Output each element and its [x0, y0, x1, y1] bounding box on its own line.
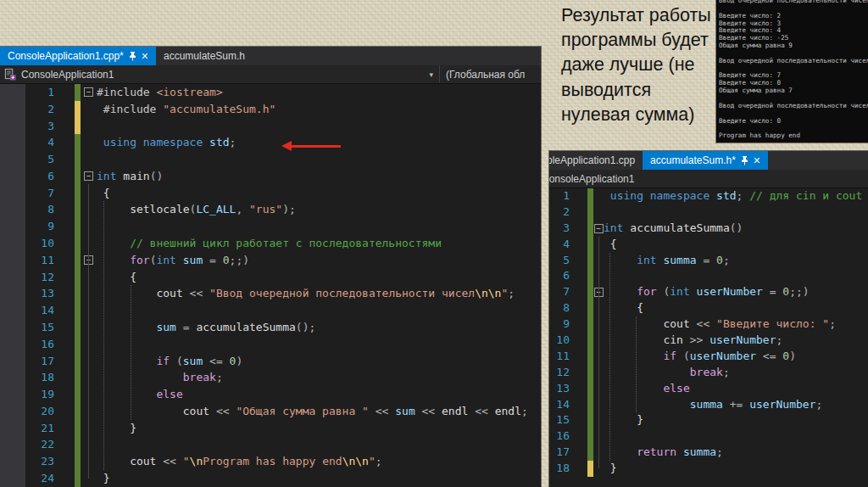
code-text: using namespace std; // для cin и cout: [604, 188, 862, 204]
console-line: Ввод очередной последовательности чисел: [719, 0, 868, 5]
code-text: }: [97, 470, 110, 487]
line-number: 2: [549, 204, 570, 221]
code-text: for (int userNumber = 0;;): [604, 284, 810, 300]
change-tracking-bar: [587, 253, 593, 269]
code-text: break;: [604, 365, 730, 381]
code-line: 1 using namespace std; // для cin и cout: [549, 188, 868, 204]
line-number: 1: [549, 188, 570, 204]
change-tracking-bar: [75, 369, 81, 386]
code-line: 17 return summa;: [549, 445, 868, 461]
change-tracking-bar: [75, 252, 81, 269]
line-number: 14: [549, 397, 570, 413]
project-dropdown[interactable]: ConsoleApplication1 ▾: [0, 68, 439, 81]
line-number: 15: [0, 319, 54, 336]
line-number: 7: [549, 284, 570, 300]
line-number: 23: [0, 453, 54, 470]
code-text: setlocale(LC_ALL, "rus");: [97, 201, 296, 218]
console-window[interactable]: Ввод очередной последовательности чисел …: [716, 0, 868, 143]
line-number: 24: [0, 470, 54, 487]
change-tracking-bar: [587, 397, 593, 413]
code-text: int main(): [97, 168, 163, 185]
line-number: 1: [0, 84, 54, 101]
tab-accumulatesum-h[interactable]: accumulateSum.h: [156, 47, 253, 65]
change-tracking-bar: [75, 201, 81, 218]
tab-accumulatesum-h-[interactable]: accumulateSum.h*×: [643, 151, 768, 170]
code-line: 5: [0, 151, 541, 168]
change-tracking-bar: [75, 420, 81, 437]
change-tracking-bar: [587, 284, 593, 300]
code-area[interactable]: 1 using namespace std; // для cin и cout…: [549, 188, 868, 487]
line-number: 16: [0, 336, 54, 353]
chevron-down-icon: ▾: [429, 70, 439, 79]
change-tracking-bar: [75, 453, 81, 470]
change-tracking-bar: [587, 268, 593, 284]
change-tracking-bar: [75, 134, 81, 151]
line-number: 11: [0, 252, 54, 269]
code-line: 1−#include <iostream>: [0, 84, 541, 101]
close-icon[interactable]: ×: [754, 154, 760, 166]
change-tracking-bar: [587, 349, 593, 365]
pin-icon[interactable]: [129, 52, 136, 61]
close-icon[interactable]: ×: [142, 50, 148, 62]
code-text: }: [604, 461, 617, 477]
change-tracking-bar: [587, 204, 593, 221]
line-number: 11: [549, 349, 570, 365]
change-tracking-bar: [587, 221, 593, 237]
code-line: 13 else: [549, 381, 868, 397]
pin-icon[interactable]: [741, 156, 748, 165]
code-line: 21 }: [0, 420, 541, 437]
code-line: 4 using namespace std;: [0, 134, 541, 151]
cpp-file-icon: [3, 68, 16, 81]
code-text: sum = accumulateSumma();: [97, 319, 315, 336]
code-line: 7 {: [0, 185, 541, 202]
line-number: 12: [549, 365, 570, 381]
fold-collapse-icon[interactable]: −: [81, 171, 97, 181]
code-line: 24 }: [0, 470, 541, 487]
fold-collapse-icon[interactable]: −: [81, 87, 97, 97]
code-line: 19 else: [0, 386, 541, 403]
line-number: 19: [0, 386, 54, 403]
code-line: 9 cout << "Введите число: ";: [549, 316, 868, 333]
code-line: 7− for (int userNumber = 0;;): [549, 284, 868, 300]
code-line: 16: [549, 428, 868, 445]
code-text: {: [97, 185, 110, 202]
line-number: 3: [549, 221, 570, 237]
code-text: cout << "\nProgram has happy end\n\n";: [97, 453, 382, 470]
tab-consoleapplication1-cpp-[interactable]: ConsoleApplication1.cpp*×: [0, 47, 156, 65]
code-line: 5 int summa = 0;: [549, 253, 868, 269]
code-line: 11− for(int sum = 0;;): [0, 252, 541, 269]
code-line: 3−int accumulateSumma(): [549, 221, 868, 237]
change-tracking-bar: [587, 188, 593, 204]
line-number: 6: [0, 168, 54, 185]
line-number: 7: [0, 185, 54, 202]
line-number: 10: [549, 333, 570, 349]
change-tracking-bar: [587, 445, 593, 461]
code-line: 18 }: [549, 461, 868, 477]
code-area[interactable]: 1−#include <iostream>2 #include "accumul…: [0, 84, 541, 487]
change-tracking-bar: [75, 336, 81, 353]
change-tracking-bar: [75, 269, 81, 286]
scope-dropdown[interactable]: (Глобальная обл: [440, 69, 525, 81]
line-number: 13: [0, 285, 54, 302]
code-lines: 1 using namespace std; // для cin и cout…: [549, 188, 868, 477]
console-line: Ввод очередной последовательности чисел: [719, 103, 868, 110]
indent-guide: [636, 316, 637, 412]
fold-collapse-icon[interactable]: −: [593, 224, 604, 233]
console-line: Введите число: 0: [719, 118, 868, 126]
tab-consoleapplication1-cpp[interactable]: ConsoleApplication1.cpp: [549, 151, 643, 170]
code-lines: 1−#include <iostream>2 #include "accumul…: [0, 84, 541, 487]
code-text: cin >> userNumber;: [604, 333, 782, 349]
scope-line: [598, 237, 599, 468]
code-line: 22: [0, 436, 541, 453]
line-number: 9: [0, 218, 54, 235]
code-text: if (userNumber <= 0): [604, 349, 796, 365]
console-line: Общая сумма равна 9: [719, 42, 868, 50]
tab-label: accumulateSum.h*: [650, 154, 736, 166]
change-tracking-bar: [587, 300, 593, 316]
tab-label: accumulateSum.h: [164, 50, 245, 62]
code-line: 8 setlocale(LC_ALL, "rus");: [0, 201, 541, 218]
code-text: break;: [97, 369, 223, 386]
code-line: 11 if (userNumber <= 0): [549, 349, 868, 365]
project-dropdown[interactable]: ConsoleApplication1: [549, 173, 868, 185]
line-number: 14: [0, 302, 54, 319]
